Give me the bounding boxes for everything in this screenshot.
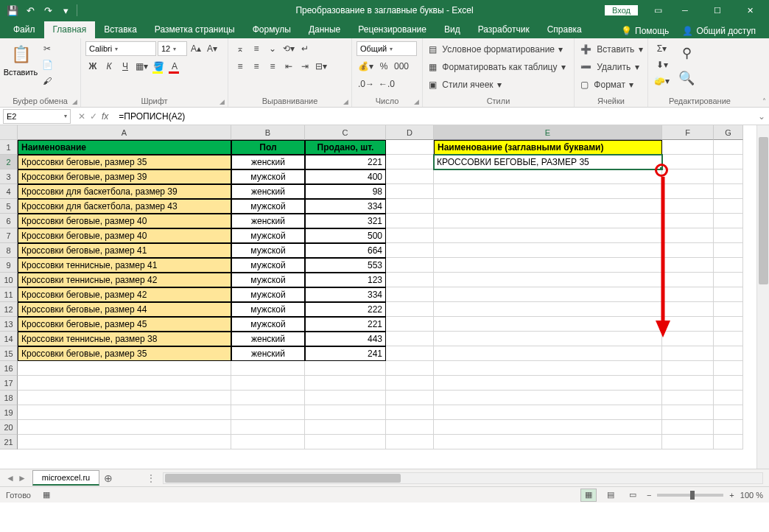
row-header-7[interactable]: 7 — [0, 228, 18, 243]
format-as-table-button[interactable]: ▦ Форматировать как таблицу ▾ — [427, 59, 567, 75]
column-header-F[interactable]: F — [662, 125, 714, 140]
horizontal-scrollbar[interactable] — [163, 472, 763, 484]
cell[interactable] — [386, 332, 434, 346]
sheet-tab[interactable]: microexcel.ru — [32, 470, 99, 486]
page-break-view-button[interactable]: ▭ — [625, 489, 641, 502]
cell[interactable] — [305, 376, 386, 391]
cell[interactable] — [434, 169, 662, 184]
align-bottom-button[interactable]: ⌄ — [265, 41, 280, 56]
cell[interactable]: Кроссовки беговые, размер 35 — [18, 155, 231, 169]
cell[interactable] — [386, 302, 434, 317]
cell[interactable]: Кроссовки беговые, размер 44 — [18, 302, 231, 317]
cell[interactable] — [386, 376, 434, 391]
cell[interactable] — [714, 420, 743, 435]
cell[interactable]: женский — [231, 214, 305, 228]
cell[interactable] — [386, 155, 434, 169]
cell[interactable] — [662, 169, 714, 184]
column-header-B[interactable]: B — [231, 125, 305, 140]
cell[interactable] — [18, 420, 231, 435]
row-header-19[interactable]: 19 — [0, 405, 18, 420]
cell[interactable] — [714, 287, 743, 302]
cell[interactable]: Кроссовки беговые, размер 35 — [18, 346, 231, 361]
insert-cells-button[interactable]: ➕ Вставить ▾ — [579, 41, 645, 57]
cell[interactable]: 334 — [305, 287, 386, 302]
cell[interactable] — [386, 228, 434, 243]
cell[interactable] — [714, 155, 743, 169]
zoom-in-button[interactable]: + — [729, 491, 734, 500]
row-header-2[interactable]: 2 — [0, 155, 18, 169]
borders-button[interactable]: ▦▾ — [134, 59, 150, 74]
cell[interactable] — [714, 405, 743, 420]
cell[interactable] — [386, 317, 434, 332]
undo-icon[interactable]: ↶ — [22, 2, 38, 18]
cell[interactable] — [386, 243, 434, 258]
share-button[interactable]: 👤Общий доступ — [678, 24, 760, 38]
cell[interactable] — [714, 243, 743, 258]
tab-data[interactable]: Данные — [300, 21, 349, 38]
page-layout-view-button[interactable]: ▤ — [603, 489, 619, 502]
row-header-6[interactable]: 6 — [0, 214, 18, 228]
cell[interactable] — [434, 391, 662, 405]
cell[interactable] — [434, 435, 662, 449]
paste-button[interactable]: 📋 Вставить — [4, 41, 37, 78]
cell[interactable] — [662, 243, 714, 258]
cell[interactable]: 123 — [305, 273, 386, 287]
tab-review[interactable]: Рецензирование — [349, 21, 435, 38]
cell[interactable] — [662, 332, 714, 346]
expand-formula-bar-icon[interactable]: ⌄ — [754, 111, 769, 122]
sheet-nav-next-icon[interactable]: ► — [18, 473, 27, 483]
cell[interactable] — [386, 391, 434, 405]
cell[interactable] — [386, 273, 434, 287]
merge-button[interactable]: ⊟▾ — [314, 59, 329, 74]
cell[interactable]: 664 — [305, 243, 386, 258]
cell[interactable] — [386, 346, 434, 361]
underline-button[interactable]: Ч — [118, 59, 133, 74]
cell[interactable] — [18, 361, 231, 376]
cell[interactable] — [662, 258, 714, 273]
row-header-4[interactable]: 4 — [0, 184, 18, 199]
italic-button[interactable]: К — [102, 59, 116, 74]
cell[interactable] — [662, 214, 714, 228]
cell[interactable] — [386, 184, 434, 199]
row-header-11[interactable]: 11 — [0, 287, 18, 302]
font-color-button[interactable]: A — [167, 59, 182, 74]
cell[interactable] — [386, 258, 434, 273]
cell[interactable] — [305, 391, 386, 405]
cell[interactable] — [386, 287, 434, 302]
row-header-16[interactable]: 16 — [0, 361, 18, 376]
shrink-font-button[interactable]: A▾ — [205, 41, 220, 56]
cell[interactable] — [662, 420, 714, 435]
ribbon-display-icon[interactable]: ▭ — [647, 0, 669, 21]
select-all-corner[interactable] — [0, 125, 18, 140]
cell[interactable] — [434, 405, 662, 420]
worksheet-grid[interactable]: ABCDEFG 12345678910111213141516171819202… — [0, 125, 769, 469]
cell[interactable]: 221 — [305, 155, 386, 169]
cell[interactable] — [305, 361, 386, 376]
cell[interactable] — [386, 140, 434, 155]
row-header-1[interactable]: 1 — [0, 140, 18, 155]
copy-button[interactable]: 📄 — [40, 57, 55, 72]
cell[interactable] — [434, 302, 662, 317]
tab-view[interactable]: Вид — [435, 21, 469, 38]
wrap-text-button[interactable]: ↵ — [298, 41, 312, 56]
column-header-G[interactable]: G — [714, 125, 743, 140]
font-size-combo[interactable]: 12▾ — [158, 41, 187, 56]
cell[interactable] — [434, 287, 662, 302]
cell[interactable]: Кроссовки для баскетбола, размер 39 — [18, 184, 231, 199]
cell[interactable] — [386, 435, 434, 449]
cell[interactable] — [662, 435, 714, 449]
cell[interactable]: Кроссовки беговые, размер 42 — [18, 287, 231, 302]
cell[interactable] — [714, 332, 743, 346]
format-painter-button[interactable]: 🖌 — [40, 74, 55, 88]
cell[interactable] — [714, 169, 743, 184]
tab-formulas[interactable]: Формулы — [244, 21, 300, 38]
tab-help[interactable]: Справка — [538, 21, 591, 38]
cell[interactable]: Кроссовки для баскетбола, размер 43 — [18, 199, 231, 214]
cell[interactable] — [434, 361, 662, 376]
cell[interactable] — [434, 376, 662, 391]
cell[interactable] — [18, 435, 231, 449]
cell[interactable]: Кроссовки беговые, размер 40 — [18, 228, 231, 243]
format-cells-button[interactable]: ▢ Формат ▾ — [579, 77, 635, 93]
find-select-button[interactable]: 🔍 — [677, 66, 696, 90]
cell[interactable]: 443 — [305, 332, 386, 346]
